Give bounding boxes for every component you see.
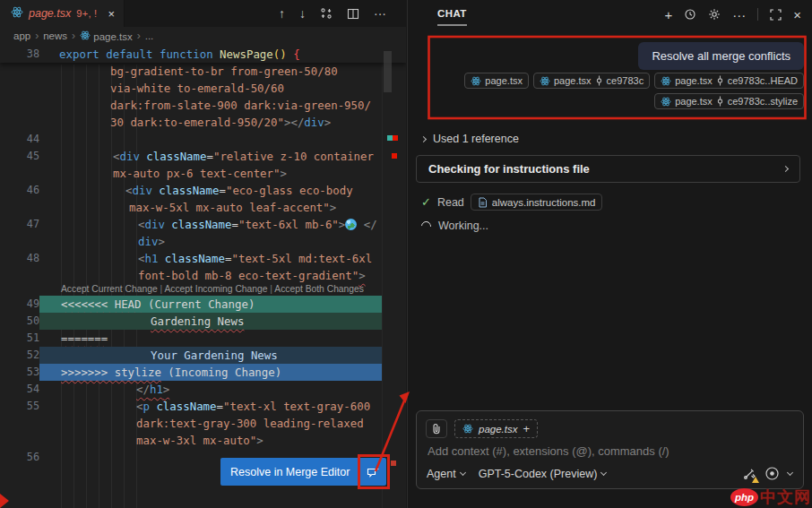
breadcrumb: app›news› page.tsx›... [0,27,406,45]
context-chip[interactable]: page.tsxce9783c [533,73,650,89]
code-line: 48<h1 className="text-5xl md:text-6xl [0,250,406,267]
code-line: 49<<<<<<< HEAD (Current Change) [0,296,406,313]
scrollbar-thumb[interactable] [384,51,392,92]
line-number: 45 [0,148,39,165]
user-request-bubble: Resolve all merge conflicts [638,42,804,70]
line-number: 50 [0,313,39,330]
breadcrumb-separator-icon: › [72,30,75,42]
breadcrumb-item[interactable]: app [13,30,30,41]
attached-file-chip[interactable]: page.tsx + [454,419,538,438]
globe-emoji [345,219,357,230]
close-tab-icon[interactable]: × [108,8,115,20]
resolve-button-label[interactable]: Resolve in Merge Editor [220,458,359,486]
line-number: 49 [0,296,39,313]
close-panel-icon[interactable]: × [793,8,801,22]
more-actions-icon[interactable]: ··· [732,8,746,22]
instructions-file-chip[interactable]: always.instructions.md [471,194,603,211]
line-number [0,432,39,449]
chevron-right-icon [420,135,427,142]
codelens-action[interactable]: Accept Both Changes [274,284,364,294]
breadcrumb-item[interactable]: news [43,30,67,41]
chat-input-container[interactable]: page.tsx + Agent GPT-5-Codex (Preview) [416,410,804,489]
attachments-row: page.tsx + [417,411,803,438]
line-number [0,97,39,114]
navigate-back-up-icon[interactable]: ↑ [279,6,285,21]
maximize-panel-icon[interactable] [770,9,782,21]
code-line: 55<p className="text-xl text-gray-600 [0,398,406,415]
overview-marker-error-3 [391,461,396,466]
line-number [0,63,39,80]
code-line: mx-auto px-6 text-center"> [0,165,406,182]
chat-panel: CHAT + ··· × Resolve all merge conflicts… [407,0,812,508]
split-editor-icon[interactable] [347,8,359,20]
divider [757,8,758,21]
new-chat-icon[interactable]: + [664,8,672,22]
codelens-action[interactable]: Accept Current Change [61,284,158,294]
line-number: 44 [0,131,39,148]
used-references-toggle[interactable]: Used 1 reference [421,133,519,145]
line-number: 46 [0,182,39,199]
mode-picker[interactable]: Agent [427,468,465,480]
code-line: bg-gradient-to-br from-green-50/80 [0,63,406,80]
check-icon: ✓ [421,195,431,209]
context-chip[interactable]: page.tsxce9783c..HEAD [654,73,804,89]
tab-bar: page.tsx 9+, ! × ↑ ↓ ··· [0,0,406,27]
editor-group: page.tsx 9+, ! × ↑ ↓ ··· app›news› page.… [0,0,406,508]
chevron-down-icon[interactable] [787,469,793,476]
open-changes-icon[interactable] [320,7,333,20]
code-line: 44 [0,131,406,148]
code-line: 47<div className="text-6xl mb-6"> </ [0,216,406,233]
line-number [0,233,39,250]
context-chip[interactable]: page.tsx [464,73,529,89]
line-number: 47 [0,216,39,233]
code-lines: bg-gradient-to-br from-green-50/80via-wh… [0,63,406,466]
more-actions-icon[interactable]: ··· [374,6,386,21]
code-line: div> [0,233,406,250]
line-number [0,415,39,432]
line-number: 55 [0,398,39,415]
resolve-in-merge-editor-button[interactable]: Resolve in Merge Editor [220,458,386,486]
settings-gear-icon[interactable] [708,8,721,21]
codelens-action[interactable]: Accept Incoming Change [164,284,267,294]
tab-problems-badge: 9+, ! [76,8,97,19]
code-line: 51======= [0,330,406,347]
tab-page-tsx[interactable]: page.tsx 9+, ! × [0,0,125,27]
line-number: 56 [0,449,39,466]
code-line: 53>>>>>>> stylize (Incoming Change) [0,364,406,381]
progress-step-label: Checking for instructions file [428,162,590,176]
chat-header-actions: + ··· × [664,8,801,22]
history-icon[interactable] [684,8,696,21]
line-number: 54 [0,381,39,398]
navigate-down-icon[interactable]: ↓ [299,6,306,21]
tab-chat[interactable]: CHAT [437,8,467,21]
add-attachment-icon[interactable]: + [523,422,530,435]
code-line: 54</h1> [0,381,406,398]
merge-codelens: Accept Current Change | Accept Incoming … [0,284,406,296]
breadcrumb-item[interactable]: page.tsx [80,30,133,42]
code-line: dark:from-slate-900 dark:via-green-950/ [0,97,406,114]
request-attachment-chips: page.tsxpage.tsxce9783cpage.tsxce9783c..… [448,73,804,109]
php-cn-watermark: php 中文网 [730,486,811,508]
breadcrumb-separator-icon: › [35,30,39,42]
context-chip[interactable]: page.tsxce9783c..stylize [654,93,804,109]
code-line: dark:text-gray-300 leading-relaxed [0,415,406,432]
line-number [0,267,39,284]
input-toolbar: Agent GPT-5-Codex (Preview) [427,466,792,481]
breadcrumb-separator-icon: › [137,30,141,42]
breadcrumb-item[interactable]: ... [145,30,154,41]
stop-request-button[interactable] [764,466,780,481]
configure-tools-icon[interactable] [743,468,756,480]
model-picker[interactable]: GPT-5-Codex (Preview) [479,468,607,480]
chevron-right-icon [782,166,789,172]
line-number [0,80,39,97]
code-editor[interactable]: 38 export default function NewsPage() { … [0,45,406,508]
working-status-row: Working... [421,220,488,232]
code-line: max-w-3xl mx-auto"> [0,432,406,449]
sticky-scroll-line[interactable]: 38 export default function NewsPage() { [0,45,406,63]
resolve-with-copilot-icon[interactable] [359,458,386,486]
chat-message-input[interactable] [420,444,787,458]
line-number [0,165,39,182]
overview-marker-error-1 [393,135,398,141]
attach-context-button[interactable] [426,419,447,438]
progress-step-box[interactable]: Checking for instructions file [416,155,800,183]
